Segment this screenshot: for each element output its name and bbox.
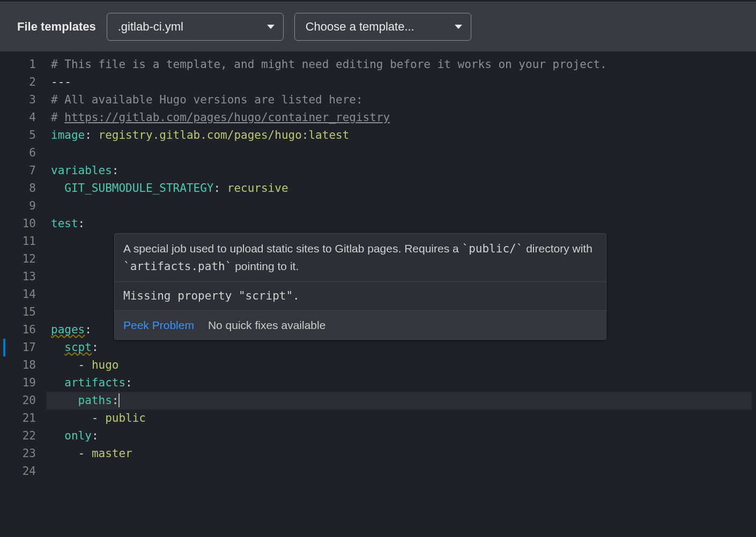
line-number: 9 — [0, 197, 36, 215]
dropdown-value: .gitlab-ci.yml — [118, 20, 183, 34]
line-number: 15 — [0, 303, 36, 321]
text-cursor — [118, 393, 120, 407]
line-number: 24 — [0, 463, 36, 480]
line-number: 16 — [0, 321, 36, 339]
line-number: 23 — [0, 445, 36, 463]
code-line: # https://gitlab.com/pages/hugo/containe… — [51, 109, 756, 126]
line-number: 11 — [0, 233, 36, 250]
line-number: 21 — [0, 409, 36, 427]
line-number: 7 — [0, 162, 36, 180]
line-number: 19 — [0, 374, 36, 392]
code-line: only: — [51, 427, 756, 445]
line-number: 1 — [0, 56, 36, 73]
chevron-down-icon — [267, 25, 275, 29]
line-number: 22 — [0, 427, 36, 445]
code-line: # All available Hugo versions are listed… — [51, 91, 756, 109]
line-number: 8 — [0, 180, 36, 197]
code-line — [51, 144, 756, 162]
chevron-down-icon — [455, 25, 462, 29]
code-line: # This file is a template, and might nee… — [51, 56, 756, 73]
line-number: 5 — [0, 126, 36, 144]
line-number: 10 — [0, 215, 36, 233]
line-number: 20 — [0, 392, 36, 409]
code-line: scpt: — [51, 339, 756, 356]
code-content[interactable]: # This file is a template, and might nee… — [51, 51, 756, 537]
code-line: - public — [51, 409, 756, 427]
code-line: test: — [51, 215, 756, 233]
line-number: 4 — [0, 109, 36, 126]
template-dropdown[interactable]: Choose a template... — [294, 13, 471, 41]
hover-tooltip: A special job used to upload static site… — [114, 233, 606, 340]
code-line — [51, 197, 756, 215]
tooltip-description: A special job used to upload static site… — [115, 234, 606, 282]
dropdown-value: Choose a template... — [306, 20, 414, 34]
code-editor[interactable]: 1 2 3 4 5 6 7 8 9 10 11 12 13 14 15 16 1… — [0, 51, 756, 537]
quickfix-status: No quick fixes available — [208, 316, 325, 334]
line-number-gutter: 1 2 3 4 5 6 7 8 9 10 11 12 13 14 15 16 1… — [0, 51, 51, 537]
line-number: 18 — [0, 356, 36, 374]
code-line: artifacts: — [51, 374, 756, 392]
code-line: variables: — [51, 162, 756, 180]
line-number: 3 — [0, 91, 36, 109]
line-number: 17 — [0, 339, 36, 356]
peek-problem-link[interactable]: Peek Problem — [123, 316, 194, 334]
line-number: 13 — [0, 268, 36, 286]
code-line: - master — [51, 445, 756, 463]
code-line-active: paths: — [47, 392, 752, 409]
file-templates-toolbar: File templates .gitlab-ci.yml Choose a t… — [0, 0, 756, 51]
code-line: --- — [51, 73, 756, 91]
toolbar-label: File templates — [17, 20, 96, 34]
change-marker — [3, 339, 5, 356]
tooltip-error-message: Missing property "script". — [115, 282, 606, 311]
line-number: 2 — [0, 73, 36, 91]
file-type-dropdown[interactable]: .gitlab-ci.yml — [107, 13, 284, 41]
line-number: 14 — [0, 286, 36, 303]
code-line: GIT_SUBMODULE_STRATEGY: recursive — [51, 180, 756, 197]
line-number: 12 — [0, 250, 36, 268]
code-line — [51, 463, 756, 480]
line-number: 6 — [0, 144, 36, 162]
code-line: image: registry.gitlab.com/pages/hugo:la… — [51, 126, 756, 144]
code-line: - hugo — [51, 356, 756, 374]
tooltip-actions: Peek Problem No quick fixes available — [115, 311, 606, 339]
